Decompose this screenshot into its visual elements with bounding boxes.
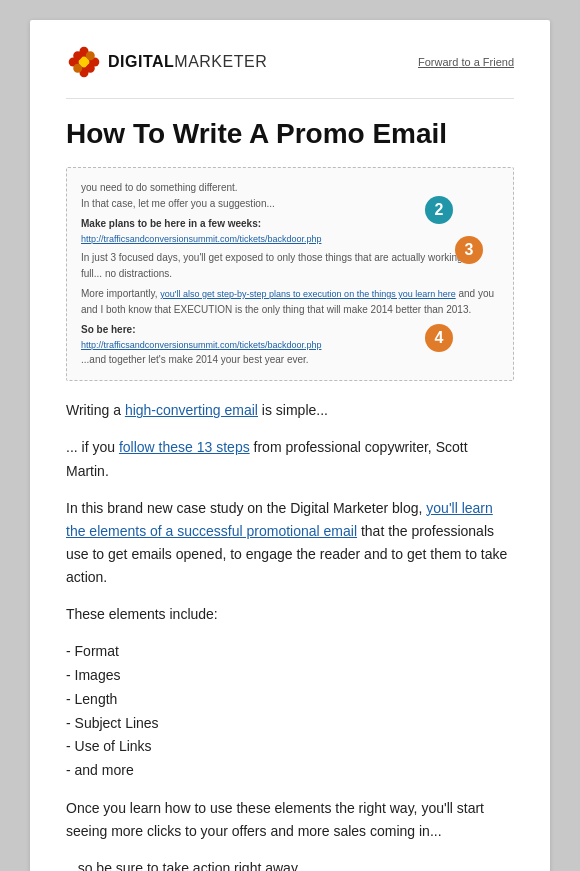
- logo: DIGITALMARKETER: [66, 44, 267, 80]
- list-item: - and more: [66, 759, 514, 783]
- elements-intro: These elements include:: [66, 603, 514, 626]
- header-divider: [66, 98, 514, 99]
- paragraph-3: In this brand new case study on the Digi…: [66, 497, 514, 589]
- logo-icon: [66, 44, 102, 80]
- email-container: DIGITALMARKETER Forward to a Friend How …: [30, 20, 550, 871]
- email-preview-box: you need to do something different. In t…: [66, 167, 514, 382]
- badge-3: 3: [455, 236, 483, 264]
- list-item: - Length: [66, 688, 514, 712]
- paragraph-1: Writing a high-converting email is simpl…: [66, 399, 514, 422]
- list-item: - Format: [66, 640, 514, 664]
- email-header: DIGITALMARKETER Forward to a Friend: [66, 44, 514, 80]
- list-item: - Subject Lines: [66, 712, 514, 736]
- page-title: How To Write A Promo Email: [66, 117, 514, 151]
- paragraph-6: ...so be sure to take action right away.: [66, 857, 514, 871]
- forward-link[interactable]: Forward to a Friend: [418, 56, 514, 68]
- logo-text: DIGITALMARKETER: [108, 53, 267, 71]
- svg-point-10: [80, 58, 89, 67]
- paragraph-2: ... if you follow these 13 steps from pr…: [66, 436, 514, 482]
- elements-list: - Format - Images - Length - Subject Lin…: [66, 640, 514, 783]
- forward-anchor[interactable]: Forward to a Friend: [418, 56, 514, 68]
- 13-steps-link[interactable]: follow these 13 steps: [119, 439, 250, 455]
- badge-2: 2: [425, 196, 453, 224]
- paragraph-5: Once you learn how to use these elements…: [66, 797, 514, 843]
- list-item: - Images: [66, 664, 514, 688]
- list-item: - Use of Links: [66, 735, 514, 759]
- high-converting-link[interactable]: high-converting email: [125, 402, 258, 418]
